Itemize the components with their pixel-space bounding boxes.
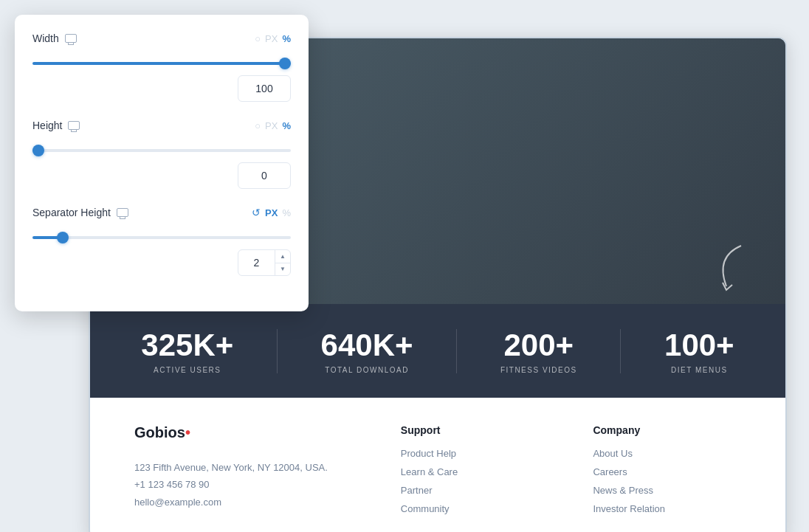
width-unit-toggle: ○ PX % — [255, 33, 291, 44]
separator-height-label: Separator Height — [32, 207, 128, 218]
separator-height-unit-toggle: ↺ PX % — [252, 207, 291, 218]
footer-brand: Gobios• 123 Fifth Avenue, New York, NY 1… — [134, 424, 357, 522]
width-control-group: Width ○ PX % — [32, 32, 291, 102]
footer-company-column: Company About Us Careers News & Press In… — [593, 424, 741, 522]
spinner-buttons: ▲ ▼ — [275, 250, 290, 275]
footer-address: 123 Fifth Avenue, New York, NY 12004, US… — [134, 459, 357, 511]
refresh-icon[interactable]: ↺ — [252, 207, 261, 218]
stat-number-diet-menus: 100+ — [664, 328, 734, 363]
stats-section: 325K+ ACTIVE USERS 640K+ TOTAL DOWNLOAD … — [90, 304, 785, 398]
stat-label-diet-menus: DIET MENUS — [664, 366, 734, 374]
support-title: Support — [401, 424, 549, 436]
footer-section: Gobios• 123 Fifth Avenue, New York, NY 1… — [90, 398, 785, 532]
height-unit-circle: ○ — [255, 120, 261, 131]
stat-divider-2 — [456, 329, 457, 373]
height-monitor-icon — [68, 121, 80, 130]
stat-label-active-users: ACTIVE USERS — [141, 366, 233, 374]
stat-label-total-download: TOTAL DOWNLOAD — [321, 366, 413, 374]
width-percent-label[interactable]: % — [282, 33, 291, 44]
spinner-up-button[interactable]: ▲ — [275, 250, 290, 263]
stat-divider-3 — [620, 329, 621, 373]
height-percent-label[interactable]: % — [282, 120, 291, 131]
height-value-input[interactable] — [238, 162, 291, 189]
support-link-partner[interactable]: Partner — [401, 485, 549, 496]
separator-height-spinner: 2 ▲ ▼ — [238, 249, 291, 276]
height-slider-container — [32, 142, 291, 155]
width-value-input[interactable] — [238, 75, 291, 102]
separator-height-slider[interactable] — [32, 236, 291, 239]
stat-fitness-videos: 200+ FITNESS VIDEOS — [500, 328, 577, 374]
height-control-row: Height ○ PX % — [32, 120, 291, 131]
arrow-decoration — [712, 242, 756, 297]
height-slider[interactable] — [32, 149, 291, 152]
stat-number-total-download: 640K+ — [321, 328, 413, 363]
width-slider[interactable] — [32, 62, 291, 65]
stat-diet-menus: 100+ DIET MENUS — [664, 328, 734, 374]
separator-height-value: 2 — [238, 257, 275, 269]
height-unit-toggle: ○ PX % — [255, 120, 291, 131]
spinner-down-button[interactable]: ▼ — [275, 263, 290, 276]
width-label: Width — [32, 32, 77, 44]
stat-number-fitness-videos: 200+ — [500, 328, 577, 363]
stat-active-users: 325K+ ACTIVE USERS — [141, 328, 233, 374]
company-title: Company — [593, 424, 741, 436]
brand-dot: • — [185, 424, 190, 441]
company-link-careers[interactable]: Careers — [593, 466, 741, 477]
stat-label-fitness-videos: FITNESS VIDEOS — [500, 366, 577, 374]
separator-height-slider-container — [32, 229, 291, 242]
height-label: Height — [32, 120, 80, 131]
stat-number-active-users: 325K+ — [141, 328, 233, 363]
company-link-investor-relation[interactable]: Investor Relation — [593, 503, 741, 514]
support-link-learn-care[interactable]: Learn & Care — [401, 466, 549, 477]
stat-divider-1 — [277, 329, 278, 373]
outer-wrapper: community y on track. d pellentesque dui… — [15, 15, 794, 532]
support-link-community[interactable]: Community — [401, 503, 549, 514]
support-link-product-help[interactable]: Product Help — [401, 448, 549, 459]
separator-height-control-group: Separator Height ↺ PX % 2 ▲ ▼ — [32, 207, 291, 276]
height-control-group: Height ○ PX % — [32, 120, 291, 189]
width-control-row: Width ○ PX % — [32, 32, 291, 44]
stat-total-download: 640K+ TOTAL DOWNLOAD — [321, 328, 413, 374]
company-link-news-press[interactable]: News & Press — [593, 485, 741, 496]
separator-px-label[interactable]: PX — [265, 207, 278, 218]
height-px-label: PX — [265, 120, 278, 131]
separator-height-control-row: Separator Height ↺ PX % — [32, 207, 291, 218]
brand-name: Gobios• — [134, 424, 357, 441]
width-unit-circle: ○ — [255, 33, 261, 44]
company-link-about-us[interactable]: About Us — [593, 448, 741, 459]
footer-support-column: Support Product Help Learn & Care Partne… — [401, 424, 549, 522]
width-px-label: PX — [265, 33, 278, 44]
separator-height-monitor-icon — [117, 208, 128, 217]
separator-percent-label[interactable]: % — [282, 207, 291, 218]
control-panel: Width ○ PX % Height — [15, 15, 309, 311]
width-monitor-icon — [65, 34, 77, 43]
width-slider-container — [32, 55, 291, 68]
